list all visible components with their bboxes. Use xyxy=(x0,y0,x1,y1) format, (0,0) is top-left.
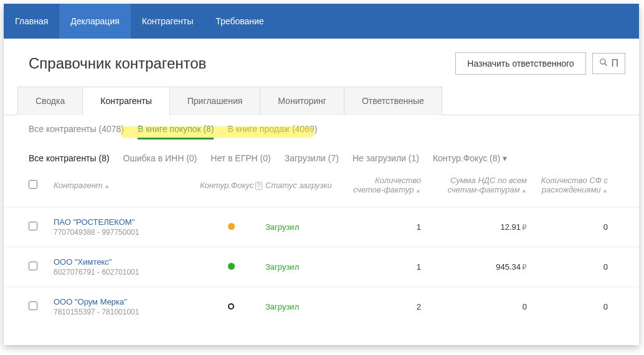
contractor-inn-kpp: 7810155397 - 781001001 xyxy=(54,308,197,316)
page-title: Справочник контрагентов xyxy=(29,55,455,72)
tab-monitoring[interactable]: Мониторинг xyxy=(260,87,344,115)
discrepancy-count: 0 xyxy=(527,302,608,311)
upload-status: Загрузил xyxy=(265,222,299,232)
svg-line-1 xyxy=(604,64,607,66)
assign-responsible-button[interactable]: Назначить ответственного xyxy=(455,52,585,75)
search-input-wrap[interactable]: П xyxy=(592,53,626,74)
filter2-uploaded[interactable]: Загрузили (7) xyxy=(285,153,339,163)
page-header: Справочник контрагентов Назначить ответс… xyxy=(4,39,639,86)
invoice-count: 1 xyxy=(346,222,421,232)
focus-status-icon xyxy=(228,223,235,230)
subfilter-all[interactable]: Все контрагенты (4078) xyxy=(29,124,124,140)
table-row: ПАО "РОСТЕЛЕКОМ" 7707049388 - 997750001 … xyxy=(4,207,639,247)
contractor-link[interactable]: ПАО "РОСТЕЛЕКОМ" xyxy=(54,217,197,227)
tabs: Сводка Контрагенты Приглашения Мониторин… xyxy=(4,86,639,115)
upload-status: Загрузил xyxy=(265,302,299,311)
discrepancy-count: 0 xyxy=(527,262,608,272)
col-contractor[interactable]: Контрагент xyxy=(54,181,197,190)
secondary-filter-row: Все контрагенты (8) Ошибка в ИНН (0) Нет… xyxy=(4,146,639,172)
help-icon[interactable]: ? xyxy=(255,182,263,190)
contractor-inn-kpp: 7707049388 - 997750001 xyxy=(54,228,197,237)
invoice-count: 1 xyxy=(346,262,421,272)
tab-invitations[interactable]: Приглашения xyxy=(169,87,261,115)
nav-item-requirement[interactable]: Требование xyxy=(204,4,275,39)
filter2-inn-error[interactable]: Ошибка в ИНН (0) xyxy=(123,153,197,163)
tab-summary[interactable]: Сводка xyxy=(17,87,83,115)
col-focus[interactable]: Контур.Фокус? xyxy=(197,181,265,190)
filter2-not-uploaded[interactable]: Не загрузили (1) xyxy=(353,153,419,163)
discrepancy-count: 0 xyxy=(527,222,608,232)
contractor-link[interactable]: ООО "Химтекс" xyxy=(54,257,197,267)
subfilter-purchases[interactable]: В книге покупок (8) xyxy=(138,124,214,140)
contractor-inn-kpp: 6027076791 - 602701001 xyxy=(54,268,197,277)
focus-status-icon xyxy=(228,303,234,310)
nav-item-contractors[interactable]: Контрагенты xyxy=(131,4,204,39)
tab-contractors[interactable]: Контрагенты xyxy=(82,87,169,115)
subfilter-sales[interactable]: В книге продаж (4069) xyxy=(227,124,317,140)
select-all-checkbox[interactable] xyxy=(29,180,37,189)
search-icon xyxy=(599,58,608,69)
tab-responsible[interactable]: Ответственные xyxy=(344,87,442,115)
row-checkbox[interactable] xyxy=(29,262,37,270)
row-checkbox[interactable] xyxy=(29,222,37,230)
col-status[interactable]: Статус загрузки xyxy=(265,181,346,190)
upload-status: Загрузил xyxy=(265,262,299,272)
filter2-all[interactable]: Все контрагенты (8) xyxy=(29,153,110,163)
col-invoice-count[interactable]: Количество счетов-фактур xyxy=(346,176,421,194)
top-nav: Главная Декларация Контрагенты Требовани… xyxy=(4,4,639,39)
filter2-no-egrn[interactable]: Нет в ЕГРН (0) xyxy=(211,153,270,163)
search-placeholder-text: П xyxy=(612,58,619,69)
contractor-link[interactable]: ООО "Орум Мерка" xyxy=(54,297,197,306)
contractors-table: Контрагент Контур.Фокус? Статус загрузки… xyxy=(4,172,639,326)
vat-sum: 945.34₽ xyxy=(421,262,527,272)
col-discrepancy-count[interactable]: Количество СФ с расхождениями xyxy=(527,176,608,194)
nav-item-home[interactable]: Главная xyxy=(4,4,59,39)
vat-sum: 0 xyxy=(421,302,527,311)
svg-point-0 xyxy=(600,59,605,64)
table-row: ООО "Орум Мерка" 7810155397 - 781001001 … xyxy=(4,286,639,326)
invoice-count: 2 xyxy=(346,302,421,311)
col-vat-sum[interactable]: Сумма НДС по всем счетам-фактурам xyxy=(421,176,527,194)
table-header: Контрагент Контур.Фокус? Статус загрузки… xyxy=(4,172,639,207)
subfilter-row: Все контрагенты (4078) В книге покупок (… xyxy=(4,115,639,146)
focus-status-icon xyxy=(228,263,235,270)
table-row: ООО "Химтекс" 6027076791 - 602701001 Заг… xyxy=(4,247,639,286)
vat-sum: 12.91₽ xyxy=(421,222,527,232)
row-checkbox[interactable] xyxy=(29,301,37,310)
filter2-kontur-focus[interactable]: Контур.Фокус (8) ▾ xyxy=(433,153,507,163)
nav-item-declaration[interactable]: Декларация xyxy=(59,4,131,39)
